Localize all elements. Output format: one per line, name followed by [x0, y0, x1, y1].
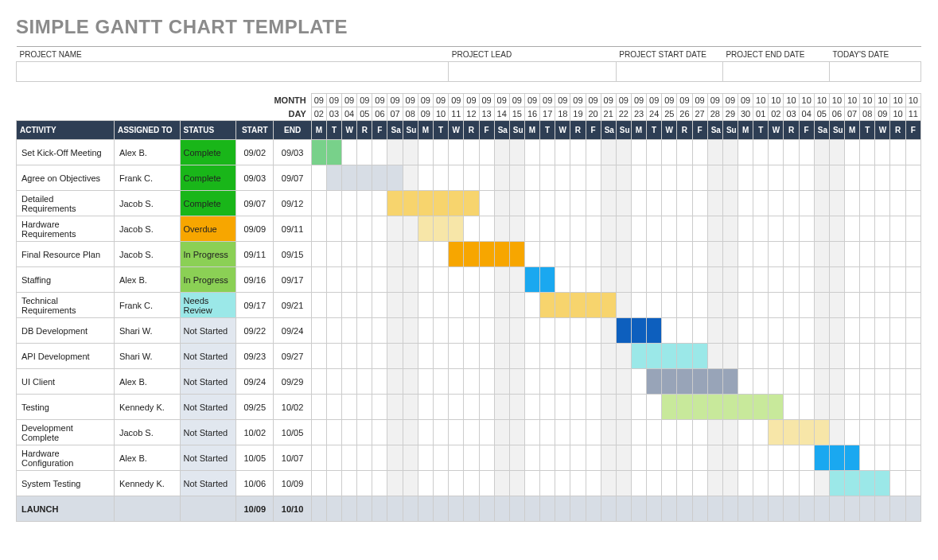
gantt-cell [845, 165, 860, 191]
task-status[interactable]: Not Started [180, 395, 236, 420]
gantt-cell [692, 165, 707, 191]
task-status[interactable]: Not Started [180, 445, 236, 471]
gantt-cell [464, 344, 479, 369]
task-status[interactable]: In Progress [180, 242, 236, 267]
gantt-cell [769, 216, 784, 242]
header-dow: Su [509, 121, 524, 140]
gantt-cell [814, 216, 829, 242]
task-status[interactable]: Not Started [180, 471, 236, 496]
gantt-cell [555, 344, 570, 369]
gantt-cell [647, 165, 662, 191]
gantt-cell [601, 369, 616, 395]
gantt-cell [464, 318, 479, 344]
gantt-cell [479, 140, 494, 165]
gantt-cell [677, 445, 692, 471]
month-cell: 09 [647, 94, 662, 107]
task-row[interactable]: Hardware ConfigurationAlex B.Not Started… [17, 445, 921, 471]
gantt-cell [769, 445, 784, 471]
task-row[interactable]: DB DevelopmentShari W.Not Started09/2209… [17, 318, 921, 344]
gantt-cell [738, 140, 753, 165]
gantt-cell [570, 191, 586, 216]
month-cell: 09 [616, 94, 631, 107]
start-date-field[interactable] [616, 62, 722, 82]
task-row[interactable]: Detailed RequirementsJacob S.Complete09/… [17, 191, 921, 216]
task-row[interactable]: System TestingKennedy K.Not Started10/06… [17, 471, 921, 496]
task-row[interactable]: Final Resource PlanJacob S.In Progress09… [17, 242, 921, 267]
task-row[interactable]: Hardware RequirementsJacob S.Overdue09/0… [17, 216, 921, 242]
day-cell: 23 [631, 107, 646, 121]
gantt-cell [342, 420, 357, 445]
task-end: 09/03 [274, 140, 311, 165]
end-date-field[interactable] [722, 62, 829, 82]
gantt-cell [875, 471, 890, 496]
project-name-field[interactable] [17, 62, 449, 82]
project-lead-field[interactable] [449, 62, 617, 82]
gantt-cell [738, 496, 753, 522]
gantt-cell [479, 267, 494, 293]
task-status[interactable]: Complete [180, 191, 236, 216]
gantt-cell [403, 318, 418, 344]
task-row[interactable]: Set Kick-Off MeetingAlex B.Complete09/02… [17, 140, 921, 165]
gantt-cell [707, 216, 722, 242]
header-dow: W [342, 121, 357, 140]
header-dow: F [799, 121, 814, 140]
task-status[interactable]: Complete [180, 165, 236, 191]
task-row[interactable]: StaffingAlex B.In Progress09/1609/17 [17, 267, 921, 293]
task-status[interactable]: In Progress [180, 267, 236, 293]
header-dow: M [738, 121, 753, 140]
gantt-cell [418, 140, 433, 165]
gantt-cell [875, 344, 890, 369]
gantt-cell [707, 420, 722, 445]
gantt-cell [860, 471, 875, 496]
gantt-cell [372, 216, 387, 242]
gantt-cell [616, 267, 631, 293]
gantt-cell [799, 318, 814, 344]
header-dow: Sa [707, 121, 722, 140]
gantt-cell [494, 318, 509, 344]
task-status[interactable]: Complete [180, 140, 236, 165]
gantt-cell [326, 369, 341, 395]
task-status[interactable]: Needs Review [180, 293, 236, 318]
todays-date-field[interactable] [829, 62, 920, 82]
task-row[interactable]: Development CompleteJacob S.Not Started1… [17, 420, 921, 445]
gantt-cell [586, 267, 601, 293]
task-end: 09/15 [274, 242, 311, 267]
task-end: 10/07 [274, 445, 311, 471]
gantt-cell [784, 445, 799, 471]
task-row[interactable]: LAUNCH10/0910/10 [17, 496, 921, 522]
header-dow: T [433, 121, 448, 140]
gantt-cell [875, 293, 890, 318]
month-cell: 09 [631, 94, 646, 107]
task-status[interactable]: Not Started [180, 369, 236, 395]
gantt-cell [631, 293, 646, 318]
task-row[interactable]: Agree on ObjectivesFrank C.Complete09/03… [17, 165, 921, 191]
gantt-cell [722, 344, 738, 369]
day-cell: 13 [479, 107, 494, 121]
gantt-cell [799, 496, 814, 522]
task-row[interactable]: UI ClientAlex B.Not Started09/2409/29 [17, 369, 921, 395]
gantt-cell [738, 242, 753, 267]
gantt-cell [464, 267, 479, 293]
task-status[interactable]: Not Started [180, 318, 236, 344]
task-status[interactable] [180, 496, 236, 522]
gantt-cell [586, 496, 601, 522]
task-row[interactable]: TestingKennedy K.Not Started09/2510/02 [17, 395, 921, 420]
gantt-cell [403, 471, 418, 496]
task-status[interactable]: Not Started [180, 344, 236, 369]
header-start: START [236, 121, 274, 140]
gantt-cell [784, 165, 799, 191]
gantt-cell [829, 191, 844, 216]
task-row[interactable]: API DevelopmentShari W.Not Started09/230… [17, 344, 921, 369]
gantt-cell [449, 242, 464, 267]
gantt-cell [860, 496, 875, 522]
gantt-cell [387, 445, 403, 471]
gantt-cell [449, 496, 464, 522]
task-row[interactable]: Technical RequirementsFrank C.Needs Revi… [17, 293, 921, 318]
header-dow: M [418, 121, 433, 140]
month-cell: 09 [372, 94, 387, 107]
gantt-cell [905, 318, 920, 344]
task-status[interactable]: Not Started [180, 420, 236, 445]
header-dow: F [905, 121, 920, 140]
task-status[interactable]: Overdue [180, 216, 236, 242]
gantt-cell [860, 395, 875, 420]
